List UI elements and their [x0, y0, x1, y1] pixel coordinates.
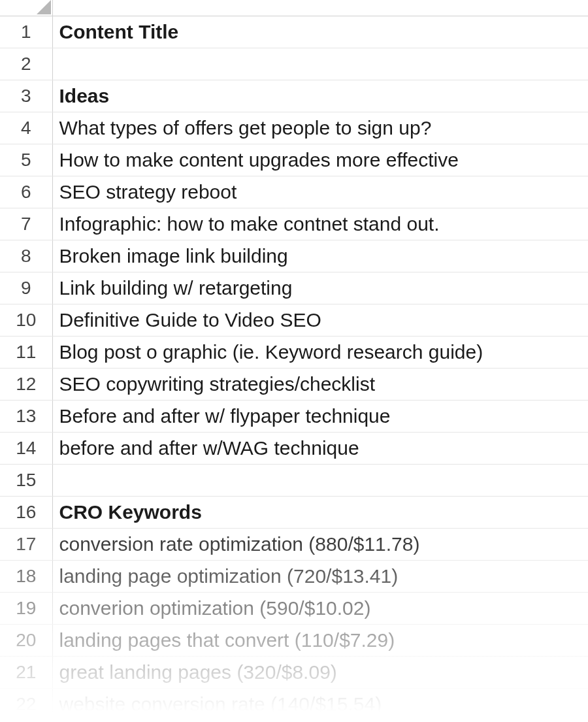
cell[interactable]: great landing pages (320/$8.09): [52, 656, 588, 688]
cell[interactable]: conversion rate optimization (880/$11.78…: [52, 528, 588, 560]
row-number[interactable]: 7: [0, 208, 52, 240]
cell[interactable]: before and after w/WAG technique: [52, 432, 588, 464]
table-row: 21great landing pages (320/$8.09): [0, 656, 588, 688]
row-number[interactable]: 4: [0, 112, 52, 144]
table-row: 1Content Title: [0, 16, 588, 48]
cell[interactable]: CRO Keywords: [52, 496, 588, 528]
table-row: 20landing pages that convert (110/$7.29): [0, 624, 588, 656]
cell[interactable]: Definitive Guide to Video SEO: [52, 304, 588, 336]
table-row: 19converion optimization (590/$10.02): [0, 592, 588, 624]
row-number[interactable]: 10: [0, 304, 52, 336]
spreadsheet-grid[interactable]: 1Content Title23Ideas4What types of offe…: [0, 0, 588, 721]
table-row: 10Definitive Guide to Video SEO: [0, 304, 588, 336]
cell[interactable]: Content Title: [52, 16, 588, 48]
table-row: 13Before and after w/ flypaper technique: [0, 400, 588, 432]
row-number[interactable]: 21: [0, 656, 52, 688]
row-number[interactable]: 1: [0, 16, 52, 48]
select-all-corner[interactable]: [0, 0, 52, 16]
table-row: 11Blog post o graphic (ie. Keyword resea…: [0, 336, 588, 368]
table-row: 16CRO Keywords: [0, 496, 588, 528]
row-number[interactable]: 12: [0, 368, 52, 400]
table-row: 3Ideas: [0, 80, 588, 112]
row-number[interactable]: 3: [0, 80, 52, 112]
row-number[interactable]: 5: [0, 144, 52, 176]
row-number[interactable]: 22: [0, 688, 52, 720]
cell[interactable]: Before and after w/ flypaper technique: [52, 400, 588, 432]
table-row: 7Infographic: how to make contnet stand …: [0, 208, 588, 240]
row-number[interactable]: 11: [0, 336, 52, 368]
table-row: 6SEO strategy reboot: [0, 176, 588, 208]
table-row: 2: [0, 48, 588, 80]
row-number[interactable]: 6: [0, 176, 52, 208]
column-header-B[interactable]: [52, 0, 588, 16]
cell[interactable]: converion optimization (590/$10.02): [52, 592, 588, 624]
cell[interactable]: Infographic: how to make contnet stand o…: [52, 208, 588, 240]
row-number[interactable]: 14: [0, 432, 52, 464]
cell[interactable]: How to make content upgrades more effect…: [52, 144, 588, 176]
cell[interactable]: landing page optimization (720/$13.41): [52, 560, 588, 592]
cell[interactable]: website conversion rate (140/$15.54): [52, 688, 588, 720]
cell[interactable]: Broken image link building: [52, 240, 588, 272]
row-number[interactable]: 17: [0, 528, 52, 560]
table-row: 22website conversion rate (140/$15.54): [0, 688, 588, 720]
cell[interactable]: Ideas: [52, 80, 588, 112]
table-row: 17conversion rate optimization (880/$11.…: [0, 528, 588, 560]
cell[interactable]: Blog post o graphic (ie. Keyword researc…: [52, 336, 588, 368]
row-number[interactable]: 19: [0, 592, 52, 624]
row-number[interactable]: 15: [0, 464, 52, 496]
row-number[interactable]: 13: [0, 400, 52, 432]
table-row: 8Broken image link building: [0, 240, 588, 272]
table-row: 12SEO copywriting strategies/checklist: [0, 368, 588, 400]
select-all-triangle-icon: [37, 0, 51, 14]
row-number[interactable]: 2: [0, 48, 52, 80]
row-number[interactable]: 8: [0, 240, 52, 272]
cell[interactable]: SEO copywriting strategies/checklist: [52, 368, 588, 400]
cell[interactable]: Link building w/ retargeting: [52, 272, 588, 304]
table-row: 14before and after w/WAG technique: [0, 432, 588, 464]
cell[interactable]: SEO strategy reboot: [52, 176, 588, 208]
table-row: 18landing page optimization (720/$13.41): [0, 560, 588, 592]
row-number[interactable]: 18: [0, 560, 52, 592]
table-row: 9Link building w/ retargeting: [0, 272, 588, 304]
row-number[interactable]: 9: [0, 272, 52, 304]
header-row: [0, 0, 588, 16]
cell[interactable]: [52, 48, 588, 80]
cell[interactable]: landing pages that convert (110/$7.29): [52, 624, 588, 656]
table-row: 15: [0, 464, 588, 496]
row-number[interactable]: 16: [0, 496, 52, 528]
row-number[interactable]: 20: [0, 624, 52, 656]
cell[interactable]: What types of offers get people to sign …: [52, 112, 588, 144]
table-row: 4What types of offers get people to sign…: [0, 112, 588, 144]
cell[interactable]: [52, 464, 588, 496]
table-row: 5How to make content upgrades more effec…: [0, 144, 588, 176]
